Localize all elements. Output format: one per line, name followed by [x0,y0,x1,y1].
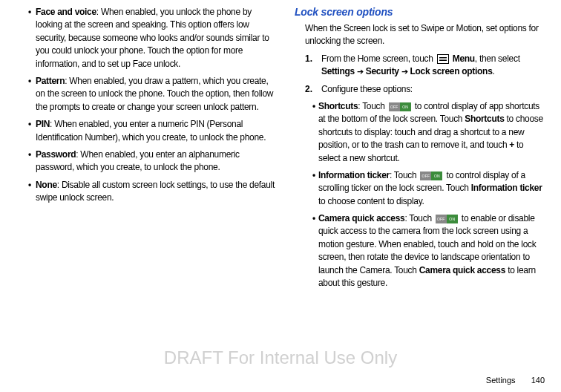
bullet-dot: • [28,6,36,71]
toggle-on: ON [431,172,442,180]
bullet-none: • None: Disable all custom screen lock s… [28,179,280,205]
menu-label: Menu [453,53,475,64]
toggle-off: OFF [389,102,400,111]
sub-camera-quick-access: • Camera quick access: Touch OFFON to en… [312,212,546,290]
bullet-dot: • [28,118,36,144]
right-column: Lock screen options When the Screen lock… [295,6,546,294]
sub-bold: Information ticker [471,183,542,193]
sub-text: to choose content to display. [318,196,424,206]
sub-text: : Touch [404,213,433,223]
toggle-icon: OFFON [436,215,458,223]
arrow-icon: ➔ [357,67,364,76]
item-title: None [36,180,57,190]
step-text: , then select [475,53,520,64]
toggle-off: OFF [436,215,447,223]
toggle-on: ON [400,102,411,111]
page-footer: Settings 140 [486,376,545,385]
item-title: Password [36,149,76,160]
bullet-dot: • [28,179,36,205]
sub-bold: Camera quick access [419,265,505,275]
item-title: PIN [36,119,50,129]
path-lockscreen: Lock screen options [410,66,493,76]
item-body: : When enabled, you enter a numeric PIN … [36,119,266,142]
toggle-off: OFF [420,172,431,180]
bullet-face-voice: • Face and voice: When enabled, you unlo… [28,6,280,71]
section-heading: Lock screen options [295,6,546,18]
section-intro: When the Screen lock is set to Swipe or … [305,22,546,48]
arrow-icon: ➔ [401,67,408,76]
bullet-dot: • [28,75,36,114]
footer-section: Settings [486,376,516,385]
bullet-dot: • [312,212,318,290]
bullet-password: • Password: When enabled, you enter an a… [28,148,280,174]
sub-information-ticker: • Information ticker: Touch OFFON to con… [312,169,546,208]
toggle-on: ON [447,215,458,223]
toggle-icon: OFFON [389,102,411,111]
left-column: • Face and voice: When enabled, you unlo… [28,6,280,294]
step-number: 2. [305,83,321,96]
step-text: Configure these options: [321,83,546,96]
footer-page: 140 [531,376,545,385]
bullet-pattern: • Pattern: When enabled, you draw a patt… [28,75,280,114]
sub-bold: + [509,140,514,150]
sub-title: Shortcuts [318,101,358,111]
bullet-dot: • [28,148,36,174]
sub-shortcuts: • Shortcuts: Touch OFFON to control disp… [312,100,546,165]
toggle-icon: OFFON [420,172,442,180]
bullet-pin: • PIN: When enabled, you enter a numeric… [28,118,280,144]
step-1: 1. From the Home screen, touch Menu, the… [305,53,546,79]
item-body: : When enabled, you draw a pattern, whic… [36,76,273,112]
sub-text: : Touch [390,170,419,180]
step-text: From the Home screen, touch [321,53,436,64]
item-title: Face and voice [36,7,96,17]
bullet-dot: • [312,169,318,208]
step-2: 2. Configure these options: [305,83,546,96]
item-title: Pattern [36,76,65,86]
menu-icon [437,54,449,64]
sub-bold: Shortcuts [465,114,504,124]
watermark: DRAFT For Internal Use Only [0,347,561,368]
bullet-dot: • [312,100,318,165]
step-number: 1. [305,53,321,79]
path-security: Security [366,66,399,76]
sub-text: : Touch [358,101,387,111]
sub-title: Camera quick access [318,213,404,223]
path-settings: Settings [321,66,355,76]
item-body: : Disable all custom screen lock setting… [36,180,275,203]
sub-title: Information ticker [318,170,390,180]
